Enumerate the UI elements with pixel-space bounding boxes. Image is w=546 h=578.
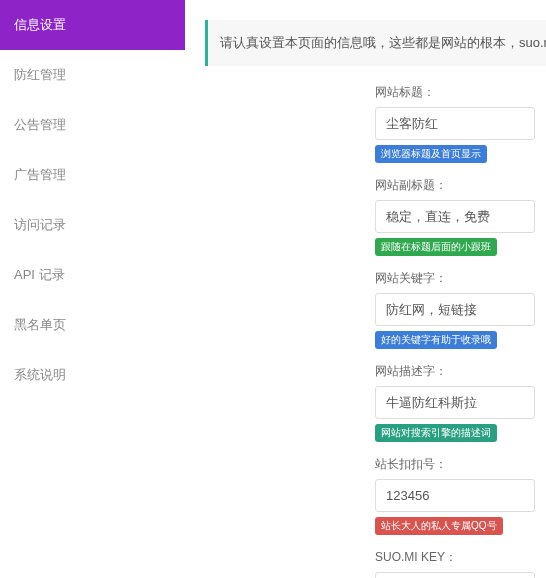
label-qq: 站长扣扣号： [375,456,546,473]
label-keywords: 网站关键字： [375,270,546,287]
sidebar-item-visitlog[interactable]: 访问记录 [0,200,185,250]
input-site-title[interactable] [375,107,535,140]
info-alert: 请认真设置本页面的信息哦，这些都是网站的根本，suo.mi的key直接去 [205,20,546,66]
label-site-subtitle: 网站副标题： [375,177,546,194]
hint-site-title: 浏览器标题及首页显示 [375,145,487,163]
hint-keywords: 好的关键字有助于收录哦 [375,331,497,349]
settings-form: 网站标题： 浏览器标题及首页显示 网站副标题： 跟随在标题后面的小跟班 网站关键… [205,84,546,578]
input-description[interactable] [375,386,535,419]
sidebar-item-sysinfo[interactable]: 系统说明 [0,350,185,400]
sidebar-item-notice[interactable]: 公告管理 [0,100,185,150]
field-description: 网站描述字： 网站对搜索引擎的描述词 [375,363,546,442]
sidebar: 信息设置 防红管理 公告管理 广告管理 访问记录 API 记录 黑名单页 系统说… [0,0,185,578]
hint-site-subtitle: 跟随在标题后面的小跟班 [375,238,497,256]
field-qq: 站长扣扣号： 站长大人的私人专属QQ号 [375,456,546,535]
field-keywords: 网站关键字： 好的关键字有助于收录哦 [375,270,546,349]
field-site-subtitle: 网站副标题： 跟随在标题后面的小跟班 [375,177,546,256]
field-suomi-key: SUO.MI KEY： suo.im的API接口Key，请去网站免费 [375,549,546,578]
input-suomi-key[interactable] [375,572,535,578]
sidebar-item-ads[interactable]: 广告管理 [0,150,185,200]
input-qq[interactable] [375,479,535,512]
input-site-subtitle[interactable] [375,200,535,233]
sidebar-item-info-settings[interactable]: 信息设置 [0,0,185,50]
field-site-title: 网站标题： 浏览器标题及首页显示 [375,84,546,163]
label-suomi-key: SUO.MI KEY： [375,549,546,566]
label-site-title: 网站标题： [375,84,546,101]
input-keywords[interactable] [375,293,535,326]
hint-qq: 站长大人的私人专属QQ号 [375,517,503,535]
label-description: 网站描述字： [375,363,546,380]
main-content: 请认真设置本页面的信息哦，这些都是网站的根本，suo.mi的key直接去 网站标… [185,0,546,578]
sidebar-item-fanghong[interactable]: 防红管理 [0,50,185,100]
hint-description: 网站对搜索引擎的描述词 [375,424,497,442]
sidebar-item-apilog[interactable]: API 记录 [0,250,185,300]
sidebar-item-blacklist[interactable]: 黑名单页 [0,300,185,350]
